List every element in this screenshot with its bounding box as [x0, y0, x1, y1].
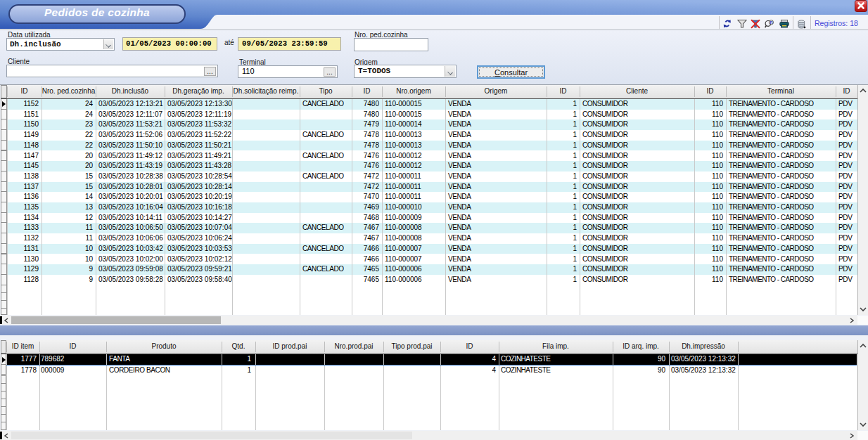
svg-text:n: n [770, 20, 772, 25]
